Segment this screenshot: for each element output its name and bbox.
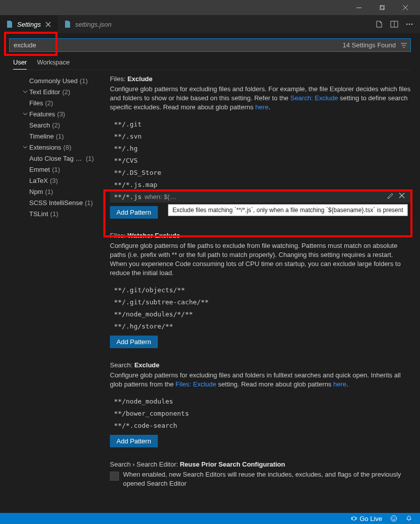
toc-extensions[interactable]: Extensions(8) <box>5 142 101 153</box>
setting-name: Exclude <box>128 75 153 83</box>
setting-description: Configure glob patterns of file paths to… <box>110 241 411 278</box>
svg-point-6 <box>409 24 410 25</box>
svg-point-12 <box>391 516 397 521</box>
status-feedback-icon[interactable] <box>388 513 400 524</box>
status-bell-icon[interactable] <box>403 513 415 524</box>
setting-description: When enabled, new Search Editors will re… <box>123 470 411 488</box>
filter-icon[interactable] <box>400 41 408 49</box>
add-pattern-button[interactable]: Add Pattern <box>110 435 158 447</box>
pattern-item[interactable]: **/.git/objects/** <box>110 284 411 296</box>
setting-files-exclude: Files: Exclude Configure glob patterns f… <box>110 75 411 219</box>
toc-tslint[interactable]: TSLint(1) <box>5 208 101 219</box>
checkbox[interactable] <box>110 472 119 481</box>
chevron-down-icon <box>21 145 29 150</box>
link-here[interactable]: here <box>333 380 346 388</box>
status-go-live[interactable]: Go Live <box>348 513 385 524</box>
add-pattern-button[interactable]: Add Pattern <box>110 336 158 348</box>
maximize-button[interactable] <box>371 0 394 15</box>
setting-name: Exclude <box>134 361 159 369</box>
close-icon[interactable] <box>44 20 52 28</box>
pattern-tooltip: Exclude files matching `**/*.js`, only w… <box>168 204 408 216</box>
toc-files[interactable]: Files(2) <box>5 97 101 108</box>
svg-point-7 <box>411 24 413 25</box>
add-pattern-button[interactable]: Add Pattern <box>110 206 158 219</box>
setting-description: Configure glob patterns for excluding fi… <box>110 371 411 389</box>
edit-icon[interactable] <box>387 192 395 201</box>
setting-watcher-exclude: Files: Watcher Exclude Configure glob pa… <box>110 232 411 348</box>
svg-point-13 <box>392 517 393 518</box>
chevron-down-icon <box>21 89 29 94</box>
setting-name: Reuse Prior Search Configuration <box>180 461 285 468</box>
toc-commonly-used[interactable]: Commonly Used(1) <box>5 75 101 86</box>
chevron-down-icon <box>21 111 29 116</box>
scope-tab-user[interactable]: User <box>13 58 27 70</box>
pattern-item[interactable]: **/.hg <box>110 142 411 154</box>
link-files-exclude[interactable]: Files: Exclude <box>175 380 216 388</box>
pattern-list: **/.git/objects/** **/.git/subtree-cache… <box>110 284 411 332</box>
pattern-list: **/.git **/.svn **/.hg **/CVS **/.DS_Sto… <box>110 118 411 203</box>
settings-file-icon <box>6 20 14 28</box>
setting-category: Search: <box>110 361 134 369</box>
pattern-item[interactable]: **/.git/subtree-cache/** <box>110 296 411 308</box>
toc-text-editor[interactable]: Text Editor(2) <box>5 86 101 97</box>
open-settings-json-icon[interactable] <box>374 19 385 30</box>
pattern-item[interactable]: **/.DS_Store <box>110 166 411 178</box>
toc-emmet[interactable]: Emmet(1) <box>5 164 101 175</box>
settings-content[interactable]: Files: Exclude Configure glob patterns f… <box>101 70 420 499</box>
pattern-item[interactable]: **/node_modules/*/** <box>110 308 411 320</box>
close-icon[interactable] <box>399 192 407 201</box>
pattern-list: **/node_modules **/bower_components **/*… <box>110 395 411 431</box>
pattern-item[interactable]: **/.svn <box>110 130 411 142</box>
setting-category: Files: <box>110 232 128 239</box>
pattern-item[interactable]: **/.hg/store/** <box>110 320 411 332</box>
pattern-item[interactable]: **/*.code-search <box>110 419 411 431</box>
toc-timeline[interactable]: Timeline(1) <box>5 130 101 142</box>
link-search-exclude[interactable]: Search: Exclude <box>290 94 338 102</box>
setting-description: Configure glob patterns for excluding fi… <box>110 85 411 112</box>
toc-scss[interactable]: SCSS IntelliSense(1) <box>5 197 101 208</box>
svg-rect-0 <box>356 8 362 8</box>
close-window-button[interactable] <box>394 0 417 15</box>
json-file-icon <box>64 20 72 28</box>
tab-label: settings.json <box>75 21 111 28</box>
search-result-count: 14 Settings Found <box>342 41 396 49</box>
setting-name: Watcher Exclude <box>128 232 180 239</box>
pattern-item[interactable]: **/CVS <box>110 154 411 166</box>
pattern-item[interactable]: **/node_modules <box>110 395 411 407</box>
setting-search-editor-reuse: Search › Search Editor: Reuse Prior Sear… <box>110 461 411 488</box>
pattern-item-hover[interactable]: **/*.jswhen: $(… <box>110 190 411 203</box>
minimize-button[interactable] <box>347 0 371 15</box>
link-here[interactable]: here <box>255 103 268 111</box>
svg-rect-1 <box>380 6 384 10</box>
status-bar: Go Live <box>0 513 420 524</box>
pattern-item[interactable]: **/bower_components <box>110 407 411 419</box>
toc-latex[interactable]: LaTeX(3) <box>5 175 101 186</box>
scope-tab-workspace[interactable]: Workspace <box>37 58 70 70</box>
svg-point-5 <box>406 24 408 25</box>
toc-search[interactable]: Search(2) <box>5 119 101 130</box>
svg-point-14 <box>394 517 395 518</box>
tab-settings[interactable]: Settings <box>0 15 58 33</box>
settings-toc: Commonly Used(1) Text Editor(2) Files(2)… <box>0 70 101 499</box>
toc-features[interactable]: Features(3) <box>5 108 101 119</box>
tab-bar: Settings settings.json <box>0 15 420 33</box>
toc-npm[interactable]: Npm(1) <box>5 186 101 197</box>
setting-category: Files: <box>110 75 128 83</box>
tab-label: Settings <box>17 21 41 28</box>
svg-rect-2 <box>381 5 385 9</box>
pattern-item[interactable]: **/.git <box>110 118 411 130</box>
scope-tabs: User Workspace <box>9 58 411 70</box>
setting-category: Search › Search Editor: <box>110 461 180 468</box>
pattern-item[interactable]: **/*.js.map <box>110 178 411 190</box>
svg-point-11 <box>352 517 356 520</box>
split-editor-icon[interactable] <box>389 19 400 30</box>
more-actions-icon[interactable] <box>404 19 415 30</box>
tab-settings-json[interactable]: settings.json <box>58 15 117 33</box>
toc-autoclose[interactable]: Auto Close Tag … (1) <box>5 153 101 164</box>
setting-search-exclude: Search: Exclude Configure glob patterns … <box>110 361 411 447</box>
titlebar <box>0 0 420 15</box>
